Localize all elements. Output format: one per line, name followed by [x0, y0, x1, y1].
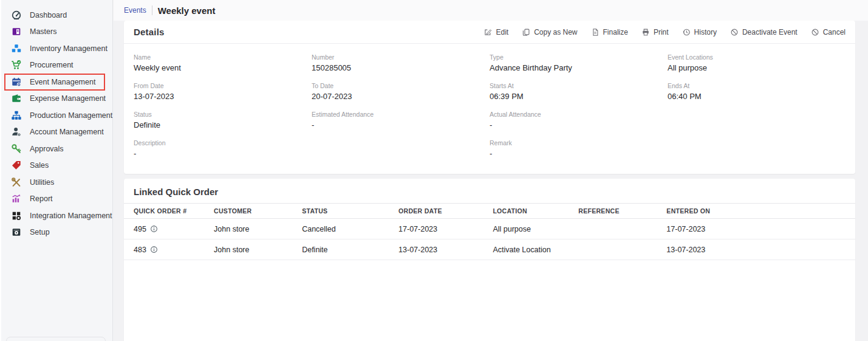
setup-box-icon [11, 227, 22, 238]
field-label: Remark [490, 139, 668, 146]
print-icon [641, 28, 650, 36]
sidebar-item-integration-management[interactable]: Integration Management [1, 207, 112, 224]
cell-order-date: 13-07-2023 [398, 246, 493, 254]
inventory-cubes-icon [11, 43, 22, 54]
page-title: Weekly event [158, 5, 216, 16]
field-label: Ends At [668, 82, 846, 89]
breadcrumb-divider [152, 5, 152, 15]
column-header-order-date: ORDER DATE [398, 207, 493, 215]
sidebar-item-approvals[interactable]: Approvals [1, 140, 112, 157]
field-actual-attendance: Actual Attendance - [490, 111, 668, 129]
sidebar-item-dashboard[interactable]: Dashboard [1, 7, 112, 24]
field-value: - [134, 149, 312, 158]
info-icon[interactable] [150, 225, 158, 233]
copy-icon [522, 28, 530, 36]
field-value: 13-07-2023 [134, 92, 312, 101]
field-label: Number [312, 53, 490, 61]
sidebar-item-label: Sales [30, 161, 49, 170]
field-name: Name Weekly event [134, 53, 312, 72]
field-estimated-attendance: Estimated Attendance - [312, 111, 490, 129]
masters-book-icon [11, 26, 22, 37]
sidebar-item-account-management[interactable]: Account Management [1, 124, 112, 141]
field-type: Type Advance Birthday Party [490, 53, 668, 72]
edit-icon [484, 28, 492, 36]
sidebar-item-label: Account Management [30, 128, 104, 136]
ban-icon [730, 28, 739, 36]
utilities-tools-icon [11, 177, 22, 188]
cell-quick-order: 495 [124, 225, 214, 233]
details-fields: Name Weekly event Number 150285005 Type … [124, 44, 855, 174]
print-button[interactable]: Print [641, 28, 669, 36]
sidebar-item-utilities[interactable]: Utilities [1, 174, 112, 191]
linked-quick-order-title: Linked Quick Order [124, 179, 855, 203]
integration-grid-icon [11, 210, 22, 221]
ban-icon [811, 28, 819, 36]
field-label: Actual Attendance [490, 111, 668, 118]
cell-order-date: 17-07-2023 [398, 225, 493, 233]
field-value: - [312, 120, 490, 129]
sidebar-item-expense-management[interactable]: Expense Management [1, 91, 112, 108]
sidebar-item-label: Setup [30, 228, 50, 236]
field-label: From Date [134, 82, 312, 89]
sidebar-item-sales[interactable]: Sales [1, 157, 112, 174]
finalize-button[interactable]: Finalize [591, 28, 628, 36]
linked-quick-order-card: Linked Quick Order QUICK ORDER # CUSTOME… [124, 179, 855, 341]
sidebar-item-label: Event Management [30, 78, 95, 86]
copy-as-new-button[interactable]: Copy as New [522, 28, 577, 36]
field-value: Advance Birthday Party [490, 63, 668, 72]
table-row[interactable]: 495 John store Cancelled 17-07-2023 All … [124, 219, 855, 239]
spacer [668, 111, 846, 129]
sidebar-item-inventory-management[interactable]: Inventory Management [1, 40, 112, 57]
sidebar-item-procurement[interactable]: Procurement [1, 57, 112, 74]
field-starts-at: Starts At 06:39 PM [490, 82, 668, 101]
details-toolbar: Edit Copy as New Finalize [484, 28, 846, 36]
table-header-row: QUICK ORDER # CUSTOMER STATUS ORDER DATE… [124, 203, 855, 219]
cell-status: Cancelled [302, 225, 398, 233]
dashboard-gauge-icon [11, 10, 22, 21]
column-header-status: STATUS [302, 207, 398, 215]
sidebar-bottom-panel [6, 337, 106, 341]
toolbar-button-label: Copy as New [534, 28, 577, 36]
breadcrumb-events-link[interactable]: Events [124, 6, 146, 15]
sidebar-item-report[interactable]: Report [1, 191, 112, 208]
column-header-location: LOCATION [493, 207, 578, 215]
info-icon[interactable] [150, 246, 158, 253]
field-from-date: From Date 13-07-2023 [134, 82, 312, 101]
field-value: All purpose [668, 63, 846, 72]
expense-wallet-icon [11, 93, 22, 104]
field-label: Status [134, 111, 312, 118]
table-row[interactable]: 483 John store Definite 13-07-2023 Activ… [124, 239, 855, 260]
cell-customer: John store [214, 246, 302, 254]
field-label: Estimated Attendance [312, 111, 490, 118]
sidebar-item-label: Integration Management [30, 212, 112, 220]
cell-location: Activate Location [493, 246, 578, 254]
linked-quick-order-table: QUICK ORDER # CUSTOMER STATUS ORDER DATE… [124, 203, 855, 260]
details-card-header: Details Edit Copy as New [124, 21, 855, 44]
sidebar-item-masters[interactable]: Masters [1, 24, 112, 41]
field-status: Status Definite [134, 111, 312, 129]
procurement-cart-icon [11, 60, 22, 71]
deactivate-event-button[interactable]: Deactivate Event [730, 28, 798, 36]
edit-button[interactable]: Edit [484, 28, 508, 36]
quick-order-number: 483 [134, 246, 146, 254]
toolbar-button-label: History [694, 28, 717, 36]
sidebar-item-label: Inventory Management [30, 44, 108, 53]
sales-tag-icon [11, 160, 22, 171]
sidebar: Dashboard Masters Inventory Management P… [0, 0, 113, 341]
toolbar-button-label: Print [654, 28, 669, 36]
event-calendar-icon [11, 77, 22, 88]
cell-entered-on: 13-07-2023 [666, 246, 855, 254]
sidebar-item-production-management[interactable]: Production Management [1, 107, 112, 124]
breadcrumb: Events Weekly event [114, 0, 868, 21]
field-label: Type [490, 53, 668, 61]
column-header-reference: REFERENCE [578, 207, 666, 215]
field-value: 06:39 PM [490, 92, 668, 101]
cell-quick-order: 483 [124, 246, 214, 254]
history-button[interactable]: History [682, 28, 717, 36]
cell-location: All purpose [493, 225, 578, 233]
approvals-key-icon [11, 143, 22, 154]
sidebar-item-setup[interactable]: Setup [1, 224, 112, 241]
sidebar-item-event-management[interactable]: Event Management [1, 74, 112, 91]
cancel-button[interactable]: Cancel [811, 28, 846, 36]
field-label: Event Locations [668, 53, 846, 61]
